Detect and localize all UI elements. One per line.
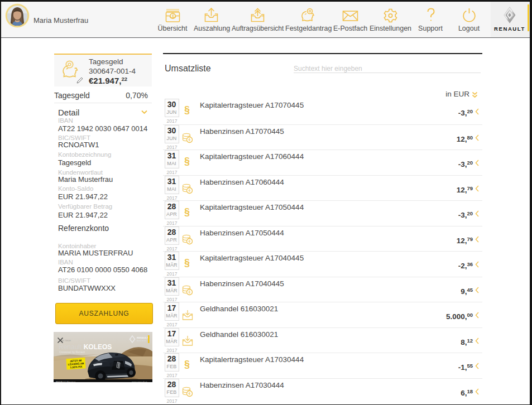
svg-text:RENAULT Finance: RENAULT Finance [56, 380, 76, 382]
svg-text:Bank direkt: Bank direkt [137, 340, 146, 342]
svg-text:Crossover by Renault: Crossover by Renault [59, 351, 85, 354]
svg-text:www.renault.at: www.renault.at [132, 380, 147, 382]
svg-text:RENAULT: RENAULT [137, 336, 148, 339]
svg-text:Renault KOLEOS: Renault KOLEOS [59, 343, 112, 351]
svg-text:der neue: der neue [61, 339, 71, 342]
